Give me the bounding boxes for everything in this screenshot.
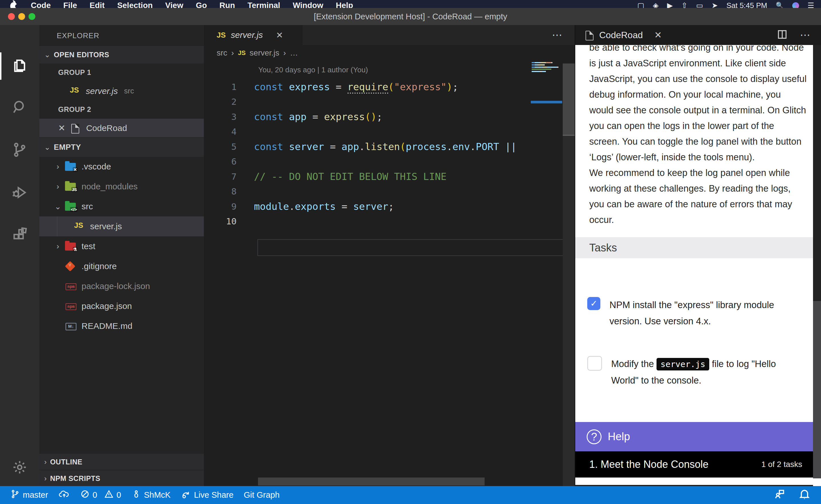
menu-selection[interactable]: Selection [117,1,152,8]
airdrop-icon[interactable]: ⇧ [681,1,688,8]
tree-item-label: server.js [90,222,122,231]
chevron-icon: › [51,182,65,191]
close-tab-icon[interactable]: ✕ [276,30,283,40]
chevron-right-icon: › [44,458,47,466]
tree-item-vscode[interactable]: ›✕.vscode [39,157,204,177]
window-title-bar[interactable]: [Extension Development Host] - CodeRoad … [0,8,821,26]
editor-horizontal-scrollbar-thumb[interactable] [258,478,485,485]
task-checkbox[interactable] [587,356,602,371]
panel-more-actions-icon[interactable]: ⋯ [800,29,811,41]
tab-label: server.js [231,30,263,40]
notifications-bell-icon[interactable] [798,488,811,502]
display-icon[interactable]: ▢ [637,1,644,8]
person-icon [131,489,141,501]
help-button[interactable]: ? Help [575,422,814,451]
webview-scrollbar-thumb[interactable] [813,45,821,301]
control-center-icon[interactable]: ☰ [808,1,814,8]
codelens-annotation[interactable]: You, 20 days ago | 1 author (You) [258,65,368,74]
menu-edit[interactable]: Edit [89,1,105,8]
open-editor-item[interactable]: JSserver.jssrc [39,82,204,100]
tree-item-READMEmd[interactable]: M↓README.md [39,316,204,336]
node-icon: JS [65,182,76,191]
branch-icon [10,489,20,501]
group-label: GROUP 1 [58,68,91,77]
open-editors-group-label: GROUP 1 [39,63,204,82]
menu-code[interactable]: Code [31,1,51,8]
chevron-right-icon: › [231,48,234,58]
code-line-4: 4 [204,124,571,139]
menu-run[interactable]: Run [220,1,235,8]
sidebar-title: EXPLORER [57,31,99,40]
tree-item-serverjs[interactable]: JSserver.js [39,216,204,236]
tree-item-test[interactable]: ›⚗test [39,236,204,256]
open-editor-detail: src [124,87,134,95]
code-line-1: 1const express = require("express"); [204,79,571,94]
settings-gear-button[interactable] [0,452,39,483]
split-editor-icon[interactable] [777,29,788,41]
menu-terminal[interactable]: Terminal [248,1,280,8]
folder-root-header[interactable]: ⌄ EMPTY [39,137,204,157]
menu-file[interactable]: File [63,1,77,8]
keynote-play-icon[interactable]: ▶ [667,1,673,8]
location-icon[interactable]: ➤ [712,1,718,8]
shield-icon[interactable]: ◈ [653,1,659,8]
spotlight-icon[interactable]: 🔍 [776,1,783,8]
close-panel-icon[interactable]: ✕ [654,30,662,40]
search-view-button[interactable] [0,92,39,123]
code-line-9: 9module.exports = server; [204,199,571,214]
clock-text[interactable]: Sat 5:45 PM [726,1,767,8]
battery-icon[interactable]: ▭ [696,1,703,8]
live-share-user[interactable]: ShMcK [131,489,170,501]
problems-status[interactable]: 0 0 [80,489,121,501]
lesson-footer: 1. Meet the Node Console 1 of 2 tasks [575,451,814,478]
line-number: 2 [204,97,237,107]
line-number: 9 [204,201,237,212]
webview-scrollbar-track[interactable] [813,301,821,478]
extensions-view-button[interactable] [0,220,39,251]
editor-actions-more-icon[interactable]: ⋯ [552,29,563,41]
webview-scrollbar-corner [813,478,821,486]
live-share-button[interactable]: Live Share [181,489,234,501]
breadcrumb[interactable]: src › JS server.js › … [217,48,298,58]
sync-changes-button[interactable] [58,489,70,501]
run-debug-view-button[interactable] [0,177,39,209]
window-title: [Extension Development Host] - CodeRoad … [0,12,821,21]
code-text: const app = express(); [237,111,382,122]
section-npm-scripts[interactable]: ›NPM SCRIPTS [39,470,204,487]
menu-go[interactable]: Go [196,1,207,8]
tree-item-packagejson[interactable]: npmpackage.json [39,296,204,316]
tasks-section-header: Tasks [575,237,814,258]
js-file-icon: JS [73,222,85,231]
task-item: Modify the server.js file to log "HelloW… [587,356,807,389]
coderoad-panel: CodeRoad ✕ ⋯ be able to check what’s goi… [575,25,821,486]
minimap[interactable] [531,62,563,105]
tree-item-packagelockjson[interactable]: npmpackage-lock.json [39,276,204,296]
tree-item-gitignore[interactable]: .gitignore [39,256,204,276]
extensions-icon [11,227,28,245]
section-outline[interactable]: ›OUTLINE [39,453,204,470]
open-editor-item[interactable]: ✕CodeRoad [39,119,204,137]
tree-item-node_modules[interactable]: ›JSnode_modules [39,177,204,196]
open-editors-section-header[interactable]: ⌄ OPEN EDITORS [39,46,204,63]
source-control-view-button[interactable] [0,135,39,166]
line-number: 6 [204,156,237,167]
tree-item-src[interactable]: ⌄</>src [39,196,204,216]
editor-group: JS server.js ✕ ⋯ src › JS server.js › … … [204,25,575,486]
tab-server-js[interactable]: JS server.js ✕ [204,25,303,45]
editor-vertical-scrollbar-thumb[interactable] [563,63,575,136]
menu-help[interactable]: Help [336,1,353,8]
tree-item-label: src [81,202,93,211]
menu-view[interactable]: View [165,1,183,8]
apple-menu-icon[interactable] [10,2,17,8]
git-graph-button[interactable]: Git Graph [244,490,280,500]
panel-tab-label[interactable]: CodeRoad [599,30,643,40]
code-line-10: 10 [204,214,571,229]
close-icon[interactable]: ✕ [58,123,65,133]
explorer-view-button[interactable] [0,51,39,82]
menu-window[interactable]: Window [293,1,323,8]
siri-icon[interactable] [792,2,799,8]
task-checkbox[interactable]: ✓ [587,297,600,310]
feedback-icon[interactable] [773,488,786,502]
files-icon [11,58,28,75]
git-branch-status[interactable]: master [10,489,48,501]
